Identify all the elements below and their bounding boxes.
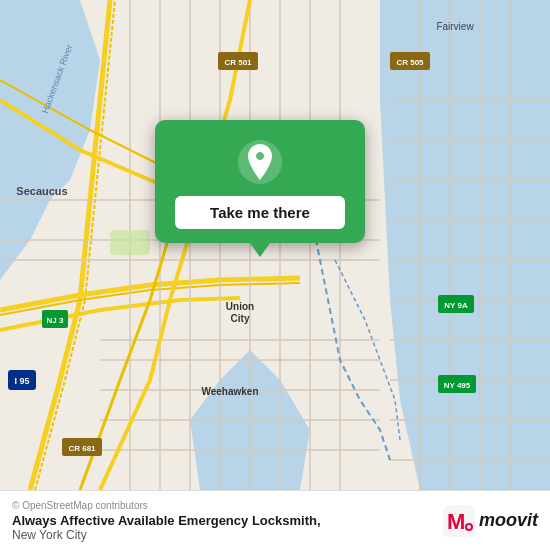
svg-text:Secaucus: Secaucus bbox=[16, 185, 67, 197]
business-name: Always Affective Available Emergency Loc… bbox=[12, 513, 321, 528]
footer-info: © OpenStreetMap contributors Always Affe… bbox=[12, 500, 321, 542]
business-location: New York City bbox=[12, 528, 321, 542]
svg-text:CR 505: CR 505 bbox=[396, 58, 424, 67]
svg-rect-58 bbox=[110, 230, 150, 255]
svg-marker-1 bbox=[380, 0, 550, 490]
svg-text:CR 501: CR 501 bbox=[224, 58, 252, 67]
svg-text:M: M bbox=[447, 509, 465, 534]
location-pin-icon bbox=[236, 138, 284, 186]
svg-text:Fairview: Fairview bbox=[436, 21, 474, 32]
take-me-there-button[interactable]: Take me there bbox=[175, 196, 345, 229]
svg-text:City: City bbox=[231, 313, 250, 324]
moovit-icon: M bbox=[443, 505, 475, 537]
svg-text:Weehawken: Weehawken bbox=[201, 386, 258, 397]
moovit-logo: M moovit bbox=[443, 505, 538, 537]
map-svg: I 95 NJ 3 CR 501 CR 505 NY 9A NY 495 CR … bbox=[0, 0, 550, 490]
svg-text:NY 9A: NY 9A bbox=[444, 301, 468, 310]
location-popup[interactable]: Take me there bbox=[155, 120, 365, 243]
svg-text:NY 495: NY 495 bbox=[444, 381, 471, 390]
svg-text:Union: Union bbox=[226, 301, 254, 312]
svg-point-63 bbox=[467, 525, 471, 529]
svg-text:NJ 3: NJ 3 bbox=[47, 316, 64, 325]
moovit-text: moovit bbox=[479, 510, 538, 531]
svg-text:I 95: I 95 bbox=[14, 376, 29, 386]
map-area: I 95 NJ 3 CR 501 CR 505 NY 9A NY 495 CR … bbox=[0, 0, 550, 490]
svg-text:CR 681: CR 681 bbox=[68, 444, 96, 453]
footer-bar: © OpenStreetMap contributors Always Affe… bbox=[0, 490, 550, 550]
osm-credit: © OpenStreetMap contributors bbox=[12, 500, 321, 511]
